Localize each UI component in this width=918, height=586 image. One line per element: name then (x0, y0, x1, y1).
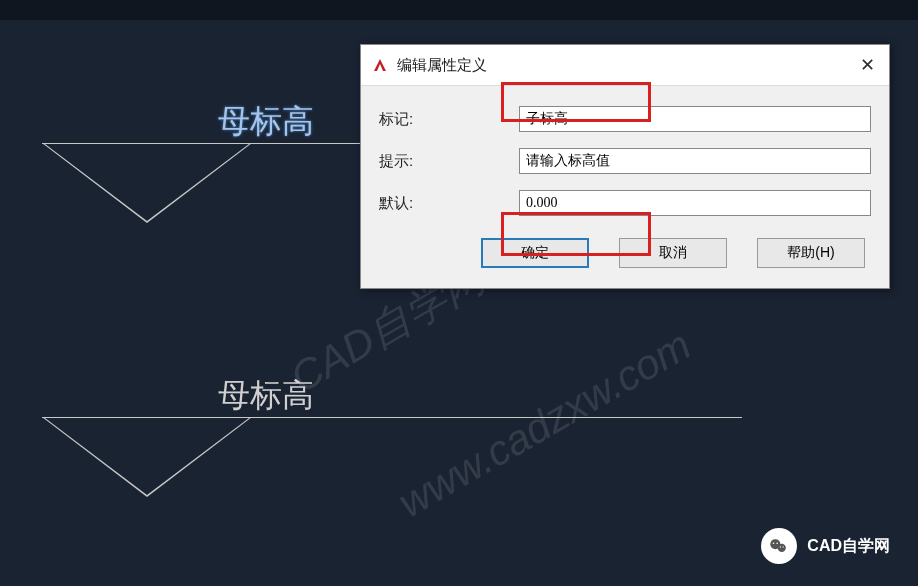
elevation-marker-1 (42, 143, 252, 223)
help-button[interactable]: 帮助(H) (757, 238, 865, 268)
svg-point-2 (773, 542, 775, 544)
dialog-titlebar[interactable]: 编辑属性定义 ✕ (361, 45, 889, 86)
svg-point-4 (780, 546, 781, 547)
close-icon[interactable]: ✕ (855, 53, 879, 77)
prompt-label: 提示: (379, 152, 519, 171)
elevation-marker-2 (42, 417, 252, 497)
prompt-input[interactable] (519, 148, 871, 174)
default-input[interactable] (519, 190, 871, 216)
autocad-icon (371, 56, 389, 74)
wechat-icon (761, 528, 797, 564)
tag-label: 标记: (379, 110, 519, 129)
elevation-text-1[interactable]: 母标高 (218, 100, 314, 144)
default-label: 默认: (379, 194, 519, 213)
svg-point-5 (783, 546, 784, 547)
elevation-text-2[interactable]: 母标高 (218, 374, 314, 418)
edit-attribute-dialog: 编辑属性定义 ✕ 标记: 提示: 默认: 确定 取消 帮助(H) (360, 44, 890, 289)
wechat-badge-text: CAD自学网 (807, 536, 890, 557)
watermark-url: www.cadzxw.com (390, 321, 699, 527)
ok-button[interactable]: 确定 (481, 238, 589, 268)
tag-input[interactable] (519, 106, 871, 132)
dialog-body: 标记: 提示: 默认: 确定 取消 帮助(H) (361, 86, 889, 288)
svg-point-1 (778, 544, 786, 552)
wechat-badge: CAD自学网 (761, 528, 890, 564)
cancel-button[interactable]: 取消 (619, 238, 727, 268)
svg-point-3 (777, 542, 779, 544)
dialog-title: 编辑属性定义 (397, 56, 855, 75)
